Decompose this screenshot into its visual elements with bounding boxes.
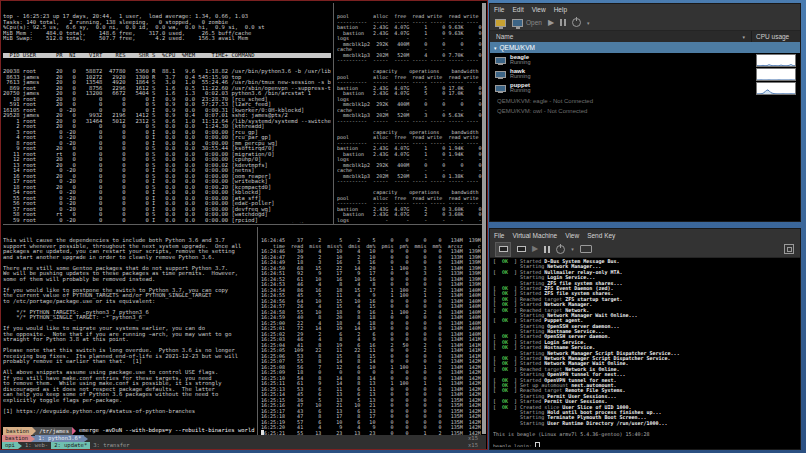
top-process-list: 20038 root 20 0 58872 47780 5360 R 88.1 …	[3, 69, 331, 223]
vm-manager-window[interactable]: File Edit View Help Open ▶ ▾ Name ▾ CPU …	[489, 3, 801, 222]
column-cpu-usage[interactable]: CPU usage	[752, 33, 800, 40]
gentoo-news-text: This will cause the dependencies to incl…	[3, 238, 255, 414]
tmux-status-right: x15	[468, 442, 478, 449]
terminal-scrollbar[interactable]	[482, 3, 486, 434]
terminal-window[interactable]: top - 16:25:23 up 17 days, 20:44, 1 user…	[0, 0, 488, 450]
menu-view[interactable]: View	[528, 6, 550, 13]
tmux-status-bar-inner: bastion1: python3.6* x15	[2, 435, 486, 442]
fullscreen-button[interactable]	[784, 244, 794, 254]
new-vm-icon[interactable]	[495, 19, 506, 27]
monitor-icon	[499, 246, 508, 252]
arcstat-output: 16:24:45 37 2 5 2 5 0 0 0 0 134M 139M ti…	[261, 238, 481, 435]
shell-prompt: bastion/tr/jamesemerge -avDuN --with-bde…	[3, 427, 255, 435]
vm-state: Running	[510, 60, 531, 66]
vm-state: Running	[510, 74, 531, 80]
vm-manager-menubar: File Edit View Help	[490, 4, 800, 15]
guest-console[interactable]: [ OK ] Started D-Bus System Message Bus.…	[493, 259, 797, 447]
console-view-button[interactable]	[495, 242, 511, 257]
vm-row-beagle[interactable]: beagleRunning	[490, 53, 800, 67]
shutdown-menu-caret-icon[interactable]: ▾	[587, 20, 590, 26]
vm-monitor-icon	[495, 57, 506, 64]
vm-monitor-icon	[495, 85, 506, 92]
tmux-window-label[interactable]: 1: web-	[22, 442, 51, 449]
vm-console-window[interactable]: File Virtual Machine View Send Key ▶ ▾ […	[489, 228, 801, 450]
text-cursor	[535, 442, 540, 447]
vm-list: beagleRunninghawkRunningpuppetRunning	[490, 53, 800, 95]
top-header-row: PID USER PR NI VIRT RES SHR S %CPU %MEM …	[3, 53, 331, 59]
shutdown-button[interactable]	[556, 245, 565, 254]
cpu-usage-sparkline	[756, 54, 796, 67]
tmux-window-label[interactable]: 3: transfer	[90, 442, 132, 449]
tmux-session-name: opi	[2, 442, 18, 449]
tmux-status-bar-outer: opi 1: web- 2: update* 3: transfer x15	[2, 442, 486, 449]
tmux-pane-divider-horizontal[interactable]	[3, 224, 483, 225]
arcstat-pane[interactable]: 16:24:45 37 2 5 2 5 0 0 0 0 134M 139M ti…	[261, 227, 481, 435]
cpu-usage-sparkline	[756, 68, 796, 81]
powerline-arrow-icon	[84, 436, 88, 442]
disconnected-list: QEMU/KVM: eagle - Not Connected QEMU/KVM…	[490, 96, 800, 116]
tmux-window-label-active[interactable]: 2: update*	[51, 442, 90, 449]
vm-monitor-icon	[495, 71, 506, 78]
tmux-status-right: x15	[468, 435, 478, 442]
zpool-iostat-pane[interactable]: pool alloc free read write read write --…	[337, 3, 483, 223]
prompt-path: /tr/james	[36, 427, 72, 435]
vm-console-menubar: File Virtual Machine View Send Key	[490, 229, 800, 241]
menu-file[interactable]: File	[490, 232, 508, 239]
zpool-iostat-output: pool alloc free read write read write --…	[337, 14, 483, 223]
vm-manager-toolbar: Open ▶ ▾	[490, 15, 800, 31]
tmux-window-label[interactable]: 1: python3.6*	[35, 435, 84, 442]
pause-button[interactable]	[544, 246, 550, 253]
menu-file[interactable]: File	[490, 6, 508, 13]
vm-row-hawk[interactable]: hawkRunning	[490, 67, 800, 81]
tmux-pane-divider-vertical-top[interactable]	[333, 3, 334, 224]
vm-state: Running	[510, 88, 531, 94]
connection-row-disconnected[interactable]: QEMU/KVM: eagle - Not Connected	[490, 96, 800, 106]
shutdown-button[interactable]	[572, 18, 581, 27]
open-button[interactable]: Open	[512, 19, 542, 27]
menu-virtual-machine[interactable]: Virtual Machine	[508, 232, 561, 239]
shutdown-menu-caret-icon[interactable]: ▾	[571, 246, 574, 252]
monitor-icon	[517, 246, 526, 252]
desktop: { "terminal": { "top": { "summary": [ "t…	[0, 0, 806, 453]
column-name[interactable]: Name	[490, 33, 513, 40]
run-button[interactable]: ▶	[548, 19, 554, 27]
emerge-news-pane[interactable]: This will cause the dependencies to incl…	[3, 227, 255, 435]
pause-button[interactable]	[560, 19, 566, 26]
vm-console-toolbar: ▶ ▾	[490, 241, 800, 258]
usb-redirect-icon[interactable]	[580, 245, 592, 253]
connection-row-qemu-kvm[interactable]: ▾ QEMU/KVM	[490, 42, 800, 53]
sort-arrow-icon[interactable]: ▾	[742, 34, 745, 40]
prompt-host: bastion	[3, 427, 32, 435]
monitor-icon	[512, 19, 523, 27]
connection-row-disconnected[interactable]: QEMU/KVM: owl - Not Connected	[490, 106, 800, 116]
powerline-arrow-icon	[72, 427, 76, 435]
vm-row-puppet[interactable]: puppetRunning	[490, 81, 800, 95]
menu-send-key[interactable]: Send Key	[583, 232, 619, 239]
run-button[interactable]: ▶	[532, 245, 538, 253]
cpu-usage-sparkline	[756, 82, 796, 95]
top-summary: top - 16:25:23 up 17 days, 20:44, 1 user…	[3, 14, 331, 42]
details-view-button[interactable]	[517, 246, 526, 252]
menu-help[interactable]: Help	[550, 6, 571, 13]
top-pane[interactable]: top - 16:25:23 up 17 days, 20:44, 1 user…	[3, 3, 331, 223]
menu-edit[interactable]: Edit	[508, 6, 527, 13]
tmux-pane-divider-vertical-bottom[interactable]	[257, 227, 258, 435]
expander-icon[interactable]: ▾	[494, 45, 497, 51]
prompt-command: emerge -avDuN --with-bdeps=y --rebuilt-b…	[79, 428, 255, 434]
tmux-session-name: bastion	[2, 435, 31, 442]
menu-view[interactable]: View	[561, 232, 583, 239]
